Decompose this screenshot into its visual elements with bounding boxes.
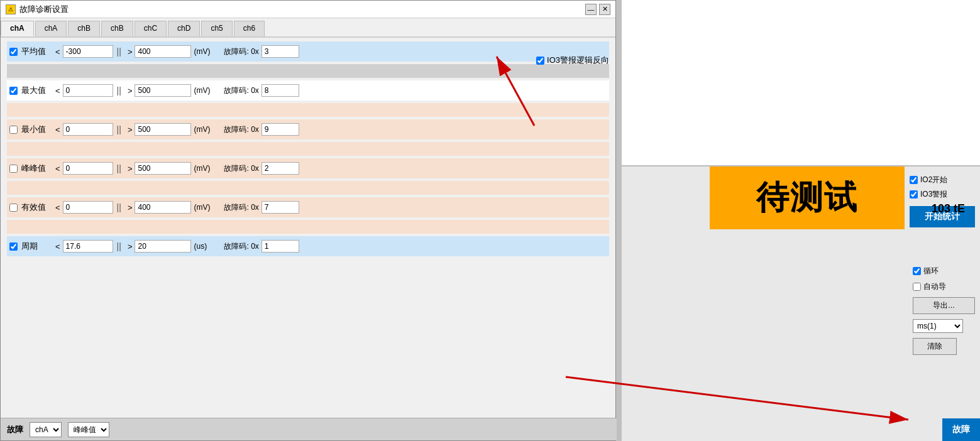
tab-chd[interactable]: chD [168, 21, 200, 36]
auto-export-control: 自动导 [913, 281, 975, 292]
min-lt: < [55, 125, 60, 134]
loop-control: 循环 [913, 266, 975, 276]
pp-gt-input[interactable] [135, 162, 191, 175]
io3-logic-reverse-checkbox[interactable] [536, 57, 544, 65]
avg-code-input[interactable] [262, 45, 299, 58]
min-gt-input[interactable] [135, 123, 191, 136]
loop-label: 循环 [923, 266, 939, 276]
close-button[interactable]: ✕ [599, 4, 610, 15]
period-gt-input[interactable] [135, 240, 191, 253]
io3-label-right: IO3警报 [920, 189, 947, 200]
max-row: 最大值 < || > (mV) 故障码: 0x [7, 80, 609, 101]
io3-checkbox[interactable] [910, 190, 918, 199]
rms-lt: < [55, 203, 60, 212]
right-controls: IO2开始 IO3警报 开始统计 [905, 170, 980, 232]
rms-pipe: || [117, 202, 121, 212]
min-subrow [7, 142, 609, 156]
tab-ch5[interactable]: ch5 [201, 21, 232, 36]
ch-select[interactable]: chA chB [30, 422, 62, 437]
max-gt-input[interactable] [135, 84, 191, 97]
loop-checkbox[interactable] [913, 267, 921, 275]
pp-row: 峰峰值 < || > (mV) 故障码: 0x [7, 158, 609, 178]
tab-chb2[interactable]: chB [101, 21, 133, 36]
minimize-button[interactable]: — [585, 4, 597, 15]
max-gt: > [128, 86, 133, 95]
titlebar-left: ⚠ 故障诊断设置 [6, 4, 69, 15]
clear-button[interactable]: 清除 [913, 338, 957, 355]
tab-chb1[interactable]: chB [68, 21, 100, 36]
auto-export-label: 自动导 [923, 281, 946, 292]
avg-label: 平均值 [21, 46, 53, 57]
fault-bottom-bar: 故障 chA chB 峰峰值 最大值 最小值 [1, 418, 617, 440]
max-label: 最大值 [21, 85, 53, 96]
pp-lt-input[interactable] [63, 162, 113, 175]
io2-label: IO2开始 [920, 175, 947, 185]
pp-checkbox[interactable] [9, 165, 18, 173]
right-top-area [622, 0, 980, 166]
rms-lt-input[interactable] [63, 201, 113, 214]
min-lt-input[interactable] [63, 123, 113, 136]
fault-button[interactable]: 故障 [942, 418, 980, 441]
period-code-input[interactable] [262, 240, 299, 253]
rms-checkbox[interactable] [9, 204, 18, 212]
min-fault-code: 故障码: 0x [224, 124, 258, 135]
period-lt-input[interactable] [63, 240, 113, 253]
ms-select[interactable]: ms(1) ms(10) ms(100) [913, 319, 963, 333]
export-button[interactable]: 导出... [913, 297, 975, 314]
period-pipe: || [117, 241, 121, 251]
rms-subrow [7, 220, 609, 234]
tab-ch6[interactable]: ch6 [234, 21, 265, 36]
rms-gt-input[interactable] [135, 201, 191, 214]
right-panel: 待测试 IO2开始 IO3警报 开始统计 Fault 设备1 设备2 设备3 最… [622, 0, 980, 441]
tab-chc[interactable]: chC [135, 21, 167, 36]
max-code-input[interactable] [262, 84, 299, 97]
period-label: 周期 [21, 241, 53, 252]
avg-lt-input[interactable] [63, 45, 113, 58]
rms-code-input[interactable] [262, 201, 299, 214]
io2-checkbox[interactable] [910, 176, 918, 184]
avg-checkbox[interactable] [9, 48, 18, 56]
max-lt: < [55, 86, 60, 95]
rms-label: 有效值 [21, 202, 53, 213]
avg-unit: (mV) [194, 47, 219, 56]
max-checkbox[interactable] [9, 87, 18, 95]
tab-row: chA chA chB chB chC chD ch5 ch6 [1, 18, 615, 38]
titlebar-controls: — ✕ [585, 4, 610, 15]
max-unit: (mV) [194, 86, 219, 95]
tab-cha1[interactable]: chA [1, 21, 34, 36]
min-label: 最小值 [21, 124, 53, 135]
auto-export-checkbox[interactable] [913, 283, 921, 291]
min-gt: > [128, 125, 133, 134]
status-text: 待测试 [756, 176, 858, 220]
pp-code-input[interactable] [262, 162, 299, 175]
period-fault-code: 故障码: 0x [224, 241, 258, 252]
pp-gt: > [128, 164, 133, 173]
min-pipe: || [117, 124, 121, 134]
max-fault-code: 故障码: 0x [224, 85, 258, 96]
avg-subrow [7, 64, 609, 78]
fault-bottom-label: 故障 [7, 424, 23, 435]
max-lt-input[interactable] [63, 84, 113, 97]
pp-pipe: || [117, 163, 121, 173]
max-pipe: || [117, 85, 121, 95]
avg-lt: < [55, 47, 60, 57]
dialog-title: 故障诊断设置 [19, 4, 69, 15]
min-checkbox[interactable] [9, 126, 18, 134]
right-side-controls: 循环 自动导 导出... ms(1) ms(10) ms(100) 清除 [908, 261, 980, 360]
avg-row: 平均值 < || > (mV) 故障码: 0x [7, 41, 609, 62]
period-checkbox[interactable] [9, 242, 18, 251]
type-select[interactable]: 峰峰值 最大值 最小值 [68, 422, 109, 437]
tab-cha2[interactable]: chA [35, 21, 67, 36]
min-code-input[interactable] [262, 123, 299, 136]
period-gt: > [128, 242, 133, 251]
io3-logic-reverse-label: IO3警报逻辑反向 [536, 55, 609, 66]
titlebar: ⚠ 故障诊断设置 — ✕ [1, 1, 615, 18]
pp-lt: < [55, 164, 60, 173]
pp-unit: (mV) [194, 164, 219, 173]
avg-gt-input[interactable] [135, 45, 191, 58]
rms-gt: > [128, 203, 133, 212]
pp-label: 峰峰值 [21, 163, 53, 174]
io3-logic-text: IO3警报逻辑反向 [547, 55, 609, 66]
badge-103: 103 tE [932, 202, 965, 215]
rms-unit: (mV) [194, 203, 219, 212]
